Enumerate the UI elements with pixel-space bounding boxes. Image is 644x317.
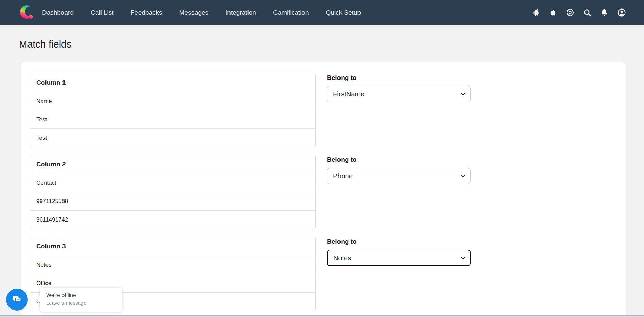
belong-to-group-2: Belong to Phone — [327, 155, 471, 184]
belong-to-group-3: Belong to Notes — [327, 237, 471, 266]
belong-to-label: Belong to — [327, 238, 471, 245]
column-2-table: Column 2 Contact 9971125588 9611491742 — [30, 155, 316, 229]
table-row: Test — [30, 128, 315, 147]
match-section-2: Column 2 Contact 9971125588 9611491742 B… — [30, 155, 617, 229]
match-fields-card: Column 1 Name Test Test Belong to FirstN… — [21, 62, 626, 317]
table-header: Column 3 — [30, 237, 315, 256]
nav-item-messages[interactable]: Messages — [179, 9, 208, 16]
logo-icon — [19, 2, 35, 23]
chat-status-title: We're offline — [46, 292, 122, 298]
navbar-icons — [532, 8, 626, 17]
column-1-table: Column 1 Name Test Test — [30, 73, 316, 147]
chat-status-subtitle: Leave a message — [46, 300, 122, 306]
match-section-1: Column 1 Name Test Test Belong to FirstN… — [30, 73, 617, 147]
belong-to-group-1: Belong to FirstName — [327, 73, 471, 102]
chat-bubbles-icon — [11, 293, 23, 306]
belong-to-select-3[interactable]: Notes — [327, 250, 471, 266]
apple-icon[interactable] — [549, 8, 557, 17]
belong-to-select-1[interactable]: FirstName — [327, 86, 471, 102]
main-nav: Dashboard Call List Feedbacks Messages I… — [42, 9, 361, 16]
belong-to-select-2[interactable]: Phone — [327, 168, 471, 184]
top-navbar: Dashboard Call List Feedbacks Messages I… — [0, 0, 644, 25]
table-row: Test — [30, 110, 315, 128]
nav-item-feedbacks[interactable]: Feedbacks — [131, 9, 162, 16]
nav-item-integration[interactable]: Integration — [225, 9, 256, 16]
table-header: Column 2 — [30, 155, 315, 174]
bell-icon[interactable] — [600, 8, 609, 17]
nav-item-dashboard[interactable]: Dashboard — [42, 9, 74, 16]
chat-offline-tooltip: We're offline Leave a message — [40, 288, 122, 312]
nav-item-gamification[interactable]: Gamification — [273, 9, 309, 16]
account-icon[interactable] — [617, 8, 626, 17]
help-icon[interactable] — [566, 8, 575, 17]
search-icon[interactable] — [583, 8, 592, 17]
table-row: 9611491742 — [30, 210, 315, 229]
table-row: Contact — [30, 174, 315, 192]
table-row: Notes — [30, 256, 315, 274]
table-header: Column 1 — [30, 73, 315, 92]
nav-item-call-list[interactable]: Call List — [91, 9, 114, 16]
belong-to-label: Belong to — [327, 156, 471, 163]
nav-item-quick-setup[interactable]: Quick Setup — [326, 9, 361, 16]
table-row: 9971125588 — [30, 192, 315, 210]
android-icon[interactable] — [532, 8, 541, 17]
chat-launcher-button[interactable] — [6, 289, 28, 311]
page-title: Match fields — [19, 39, 644, 50]
horizontal-scrollbar[interactable] — [0, 315, 644, 317]
belong-to-label: Belong to — [327, 74, 471, 82]
table-row: Name — [30, 92, 315, 110]
brand-logo[interactable] — [19, 2, 35, 23]
